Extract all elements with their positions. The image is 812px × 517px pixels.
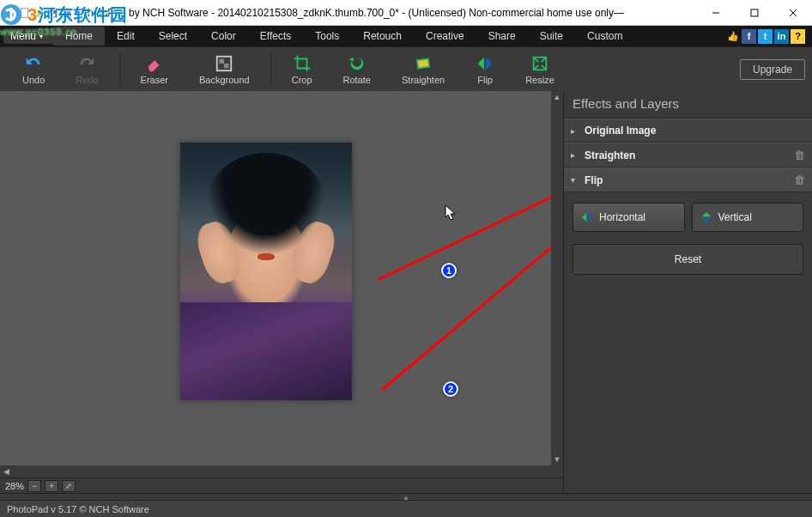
layer-original-image[interactable]: ▸ Original Image: [564, 119, 812, 143]
reset-button[interactable]: Reset: [573, 244, 803, 275]
social-icons: 👍 f t in ?: [725, 29, 812, 44]
layer-label: Flip: [585, 174, 789, 186]
layer-straighten[interactable]: ▸ Straighten 🗑: [564, 143, 812, 167]
maximize-button[interactable]: [735, 0, 773, 26]
flip-icon: [476, 54, 494, 73]
flip-vertical-label: Vertical: [718, 211, 752, 223]
canvas-image[interactable]: [180, 143, 352, 400]
app-icon: [5, 7, 17, 19]
resize-button[interactable]: Resize: [510, 52, 570, 87]
image-content: [180, 143, 352, 400]
eraser-button[interactable]: Eraser: [125, 52, 184, 87]
flip-horizontal-icon: [580, 210, 594, 224]
tab-color[interactable]: Color: [199, 27, 248, 46]
toolbar-separator: [119, 52, 120, 87]
saveas-icon[interactable]: [60, 7, 72, 19]
tab-edit[interactable]: Edit: [105, 27, 147, 46]
flip-options: Horizontal Vertical Reset: [564, 192, 812, 285]
scroll-up-icon[interactable]: ▲: [551, 91, 563, 103]
scroll-down-icon[interactable]: ▼: [551, 453, 563, 465]
crop-label: Crop: [292, 75, 312, 85]
annotation-badge-2: 2: [443, 381, 458, 397]
tab-select[interactable]: Select: [147, 27, 199, 46]
canvas-viewport[interactable]: 1 2 ▲ ▼ ◀ ▶: [0, 91, 563, 477]
delete-layer-icon[interactable]: 🗑: [794, 149, 805, 161]
tab-suite[interactable]: Suite: [528, 27, 575, 46]
window-titlebar: PhotoPad by NCH Software - 2014021021530…: [0, 0, 812, 26]
zoom-percent: 28%: [5, 481, 24, 491]
menu-tabs: Home Edit Select Color Effects Tools Ret…: [53, 27, 634, 46]
upgrade-button[interactable]: Upgrade: [740, 59, 805, 80]
flip-horizontal-button[interactable]: Horizontal: [573, 203, 685, 232]
scroll-corner: [551, 465, 563, 477]
linkedin-icon[interactable]: in: [774, 29, 789, 44]
svg-rect-13: [224, 64, 229, 69]
annotation-arrow-2: [373, 210, 563, 398]
crop-button[interactable]: Crop: [276, 52, 328, 87]
window-title: PhotoPad by NCH Software - 2014021021530…: [81, 7, 696, 19]
help-icon[interactable]: ?: [791, 29, 805, 44]
canvas-area: 1 2 ▲ ▼ ◀ ▶ 28% − + ⤢: [0, 91, 563, 493]
tab-creative[interactable]: Creative: [414, 27, 476, 46]
zoom-fit-button[interactable]: ⤢: [62, 480, 76, 492]
straighten-button[interactable]: Straighten: [386, 52, 460, 87]
flip-vertical-button[interactable]: Vertical: [692, 203, 804, 232]
flip-horizontal-label: Horizontal: [599, 211, 645, 223]
canvas-horizontal-scrollbar[interactable]: ◀ ▶: [0, 465, 551, 477]
tab-home[interactable]: Home: [53, 27, 105, 46]
toolbar-separator: [270, 52, 271, 87]
svg-rect-12: [220, 58, 225, 64]
rotate-label: Rotate: [343, 75, 371, 85]
svg-line-19: [382, 216, 563, 390]
undo-button[interactable]: Undo: [7, 52, 60, 87]
new-icon[interactable]: [19, 7, 31, 19]
menu-label: Menu: [10, 30, 36, 42]
minimize-button[interactable]: [696, 0, 735, 26]
tab-share[interactable]: Share: [476, 27, 528, 46]
flip-button[interactable]: Flip: [460, 52, 510, 87]
eraser-label: Eraser: [141, 75, 168, 85]
redo-icon: [77, 54, 96, 73]
history-group: Undo Redo: [7, 52, 114, 87]
svg-rect-8: [751, 9, 758, 16]
zoom-in-button[interactable]: +: [45, 480, 58, 492]
collapse-icon: ▸: [571, 150, 579, 160]
crop-icon: [293, 54, 312, 73]
svg-line-17: [378, 184, 563, 280]
facebook-icon[interactable]: f: [742, 29, 756, 44]
toolbar: Undo Redo Eraser Background Crop Rotate …: [0, 46, 812, 91]
annotation-arrow-1: [369, 177, 563, 289]
background-button[interactable]: Background: [184, 52, 265, 87]
canvas-vertical-scrollbar[interactable]: ▲ ▼: [551, 91, 563, 465]
svg-rect-15: [418, 59, 428, 67]
status-text: PhotoPad v 5.17 © NCH Software: [7, 504, 149, 514]
annotation-badge-1: 1: [441, 263, 457, 278]
redo-button[interactable]: Redo: [60, 52, 113, 87]
expand-icon: ▾: [571, 175, 579, 185]
open-icon[interactable]: [33, 7, 45, 19]
svg-rect-4: [50, 13, 56, 16]
save-icon[interactable]: [46, 7, 58, 19]
menu-dropdown[interactable]: Menu ▾: [3, 28, 53, 44]
status-bar: PhotoPad v 5.17 © NCH Software: [0, 500, 812, 517]
tab-custom[interactable]: Custom: [575, 27, 634, 46]
layer-flip[interactable]: ▾ Flip 🗑: [564, 167, 812, 192]
delete-layer-icon[interactable]: 🗑: [794, 173, 805, 186]
like-icon[interactable]: 👍: [725, 29, 740, 44]
tab-effects[interactable]: Effects: [248, 27, 303, 46]
close-button[interactable]: [773, 0, 812, 26]
resize-label: Resize: [525, 75, 554, 85]
titlebar-quick-icons: [5, 7, 72, 19]
flip-label: Flip: [477, 75, 493, 85]
scroll-left-icon[interactable]: ◀: [0, 465, 12, 477]
tab-retouch[interactable]: Retouch: [351, 27, 414, 46]
twitter-icon[interactable]: t: [758, 29, 773, 44]
zoom-bar: 28% − + ⤢: [0, 477, 563, 493]
tab-tools[interactable]: Tools: [303, 27, 351, 46]
zoom-out-button[interactable]: −: [27, 480, 41, 492]
collapse-icon: ▸: [571, 126, 579, 136]
mouse-cursor-icon: [445, 204, 457, 222]
chevron-down-icon: ▾: [39, 33, 43, 40]
main-area: 1 2 ▲ ▼ ◀ ▶ 28% − + ⤢ Effects and Layers…: [0, 91, 812, 493]
rotate-button[interactable]: Rotate: [328, 52, 386, 87]
